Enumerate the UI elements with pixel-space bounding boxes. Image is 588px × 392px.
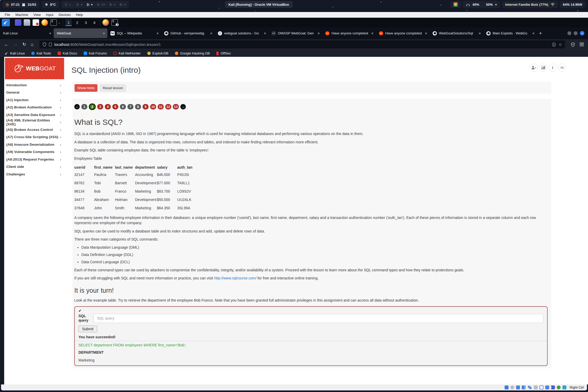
reload-button[interactable]: ↻ bbox=[22, 42, 26, 47]
tab-close-icon[interactable]: × bbox=[532, 31, 535, 35]
about-button[interactable]: i bbox=[549, 64, 557, 72]
tab-close-icon[interactable]: × bbox=[49, 31, 51, 35]
sidebar-item-introduction[interactable]: Introduction› bbox=[4, 81, 65, 89]
minimize-button[interactable] bbox=[567, 31, 571, 35]
workspace-4[interactable]: 4:</> bbox=[97, 3, 105, 7]
bookmark-kali-nethunter[interactable]: Kali NetHunter bbox=[113, 51, 141, 55]
app-grid-icon[interactable] bbox=[15, 19, 21, 26]
sidebar-item-a9-vulnerable-components[interactable]: (A9) Vulnerable Components› bbox=[4, 148, 65, 156]
workspace-1[interactable]: 1:>_ bbox=[65, 3, 72, 7]
sidebar-item-a8-2013-request-forgeries[interactable]: (A8:2013) Request Forgeries› bbox=[4, 156, 65, 163]
webgoat-logo[interactable]: WEBGOAT bbox=[5, 58, 64, 79]
display-icon[interactable] bbox=[540, 385, 543, 389]
menu-view[interactable]: View bbox=[31, 13, 43, 17]
menu-devices[interactable]: Devices bbox=[56, 13, 73, 17]
text-editor-icon[interactable] bbox=[33, 19, 39, 26]
workspace-3-active[interactable]: 3:● bbox=[87, 3, 93, 7]
menu-machine[interactable]: Machine bbox=[13, 13, 31, 17]
shared-folders-icon[interactable] bbox=[534, 385, 538, 389]
network-icon[interactable] bbox=[522, 385, 526, 389]
sidebar-item-a2-broken-authentication[interactable]: (A2) Broken Authentication› bbox=[4, 104, 65, 111]
page-button-10[interactable]: 10 bbox=[150, 104, 156, 109]
next-page-button[interactable]: → bbox=[180, 104, 186, 109]
sidebar-item-a4-xxe[interactable]: (A4) XML External Entities (XXE)› bbox=[4, 119, 65, 126]
tab-close-icon[interactable]: × bbox=[425, 31, 427, 35]
audio-icon[interactable] bbox=[516, 385, 520, 389]
sidebar-item-a1-injection[interactable]: (A1) Injection› bbox=[4, 96, 65, 104]
bookmark-kali-forums[interactable]: Kali Forums bbox=[84, 51, 107, 55]
menu-file[interactable]: File bbox=[2, 13, 13, 17]
file-manager-icon[interactable] bbox=[24, 19, 30, 26]
optical-drive-icon[interactable] bbox=[510, 385, 514, 389]
page-info-icon[interactable] bbox=[49, 43, 52, 46]
workspace-6[interactable]: 6:● bbox=[120, 3, 126, 7]
back-button[interactable]: ← bbox=[4, 42, 9, 47]
taskbar-workspace-2[interactable]: 2 bbox=[74, 19, 80, 26]
tab-close-icon[interactable]: × bbox=[317, 31, 320, 35]
sidebar-item-general[interactable]: General› bbox=[4, 89, 65, 96]
taskbar-workspace-1[interactable]: 1 bbox=[65, 19, 72, 26]
bookmark-google-hacking-db[interactable]: Google Hacking DB bbox=[175, 51, 210, 55]
page-button-9[interactable]: 9 bbox=[143, 104, 149, 109]
page-button-6[interactable]: 6 bbox=[120, 104, 126, 109]
tab-close-icon[interactable]: × bbox=[371, 31, 373, 35]
terminal-running-icon[interactable]: 2 bbox=[111, 19, 118, 26]
submit-button[interactable]: Submit bbox=[78, 326, 97, 332]
close-button[interactable]: × bbox=[580, 31, 584, 35]
tab-close-icon[interactable]: × bbox=[210, 31, 212, 35]
tab-github-vernjan[interactable]: GitHub - vernjan/webg × bbox=[161, 28, 215, 38]
chevron-down-icon[interactable]: ⌄ bbox=[58, 21, 60, 24]
show-hints-button[interactable]: Show hints bbox=[75, 84, 97, 92]
tab-kali-linux[interactable]: Kali Linux × bbox=[0, 28, 54, 38]
pocket-shield-icon[interactable] bbox=[571, 42, 575, 47]
user-menu-button[interactable]: ▾ bbox=[530, 64, 538, 72]
page-button-7[interactable]: 7 bbox=[127, 104, 133, 109]
sidebar-item-a5-broken-access-control[interactable]: (A5) Broken Access Control› bbox=[4, 126, 65, 133]
bookmark-kali-linux[interactable]: Kali Linux bbox=[5, 51, 25, 55]
bookmark-exploit-db[interactable]: Exploit-DB bbox=[147, 51, 168, 55]
sidebar-item-a8-insecure-deserialization[interactable]: (A8) Insecure Deserialization› bbox=[4, 141, 65, 148]
wifi-widget[interactable]: Internet Familie Bolz (77%) bbox=[502, 1, 558, 8]
page-button-2-current[interactable]: 2 bbox=[89, 103, 96, 110]
tab-webgoatsolutions[interactable]: WebGoatSolutions/Sql × bbox=[430, 28, 483, 38]
tab-google-search[interactable]: G webgoat solutions - Go × bbox=[215, 28, 268, 38]
workspace-5[interactable]: 5:● bbox=[109, 3, 115, 7]
tab-main-exploits[interactable]: Main Exploits · WebGo × bbox=[483, 28, 537, 38]
menu-hamburger-icon[interactable] bbox=[580, 43, 584, 46]
tab-webgoat-active[interactable]: WebGoat × bbox=[54, 28, 107, 38]
sql-query-input[interactable] bbox=[94, 314, 543, 323]
sidebar-item-client-side[interactable]: Client side› bbox=[4, 163, 65, 171]
contact-button[interactable]: ✉ bbox=[558, 64, 566, 72]
page-button-5[interactable]: 5 bbox=[112, 104, 118, 109]
features-icon[interactable]: V bbox=[551, 385, 555, 389]
tab-owasp-webgoat[interactable]: OWASP WebGoat: Gen × bbox=[268, 28, 322, 38]
page-button-13[interactable]: 13 bbox=[173, 104, 179, 109]
page-button-11[interactable]: 11 bbox=[158, 104, 164, 109]
new-tab-button[interactable]: + bbox=[539, 30, 542, 36]
auto-resize-icon[interactable]: ↓ bbox=[562, 385, 566, 389]
bookmark-kali-docs[interactable]: Kali Docs bbox=[58, 51, 77, 55]
home-button[interactable]: ⌂ bbox=[31, 42, 33, 47]
page-button-1[interactable]: 1 bbox=[81, 104, 87, 109]
sidebar-item-a7-xss[interactable]: (A7) Cross-Site Scripting (XSS)› bbox=[4, 133, 65, 141]
tab-close-icon[interactable]: × bbox=[479, 31, 481, 35]
bookmark-star-icon[interactable]: ☆ bbox=[559, 42, 562, 47]
page-button-12[interactable]: 12 bbox=[165, 104, 171, 109]
taskbar-workspace-3[interactable]: 3 bbox=[83, 19, 89, 26]
kali-menu-button[interactable] bbox=[2, 19, 10, 26]
tab-sql-wikipedia[interactable]: W SQL – Wikipedia × bbox=[107, 28, 161, 38]
audio-brightness-widget[interactable]: 40% 50% ● bbox=[463, 1, 500, 8]
tab-reddit-1[interactable]: Have anyone completed × bbox=[322, 28, 376, 38]
mouse-integration-icon[interactable] bbox=[557, 385, 561, 389]
prev-page-button[interactable]: ← bbox=[74, 104, 80, 109]
taskbar-workspace-4[interactable]: 4 bbox=[91, 19, 97, 26]
firefox-launcher-icon[interactable] bbox=[41, 19, 48, 26]
menu-input[interactable]: Input bbox=[43, 13, 56, 17]
sidebar-item-a3-sensitive-data-exposure[interactable]: (A3) Sensitive Data Exposure› bbox=[4, 111, 65, 119]
tab-close-icon[interactable]: × bbox=[264, 31, 266, 35]
page-button-8[interactable]: 8 bbox=[135, 104, 141, 109]
bookmark-kali-tools[interactable]: Kali Tools bbox=[31, 51, 51, 55]
firefox-running-icon[interactable] bbox=[102, 19, 109, 26]
forward-button[interactable]: → bbox=[13, 42, 18, 47]
terminal-launcher-icon[interactable] bbox=[50, 19, 57, 26]
